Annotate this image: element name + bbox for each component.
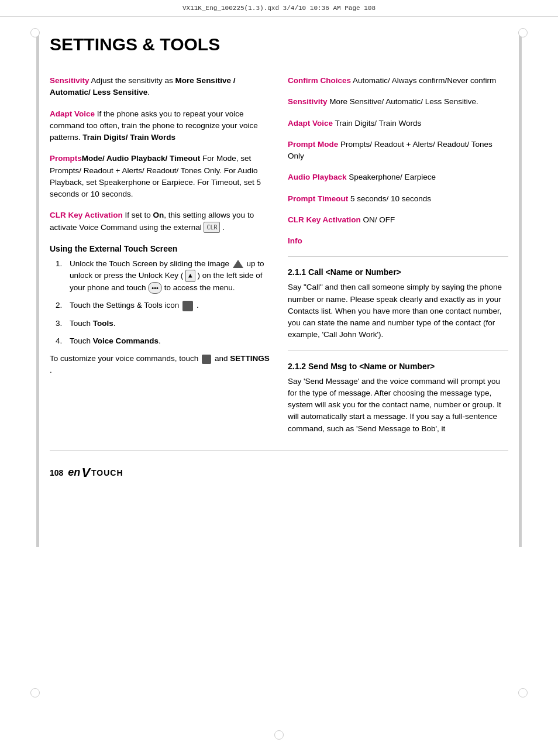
menu-access-icon: ••• <box>148 282 162 294</box>
info-block: Info <box>288 235 508 247</box>
page-number: 108 <box>50 468 63 477</box>
bottom-circle-left <box>30 688 40 697</box>
bottom-center-circle <box>274 730 284 740</box>
right-clr-key-text: ON/ OFF <box>361 215 395 224</box>
customize-and: and <box>215 354 230 363</box>
step-3-text-before: Touch <box>70 319 93 328</box>
step-3-content: Touch Tools. <box>70 318 270 329</box>
customize-block: To customize your voice commands, touch … <box>50 353 270 377</box>
steps-list: 1. Unlock the Touch Screen by sliding th… <box>50 258 270 347</box>
step-4-period: . <box>159 336 161 345</box>
step-4-num: 4. <box>56 335 70 347</box>
brand-touch: TOUCH <box>91 468 123 477</box>
sensitivity-period: . <box>147 88 150 97</box>
adapt-voice-block: Adapt Voice If the phone asks you to rep… <box>50 108 270 144</box>
step-2-content: Touch the Settings & Tools icon . <box>70 300 270 311</box>
left-accent-bar <box>36 32 39 547</box>
step-3-period: . <box>113 319 116 328</box>
right-adapt-voice-text: Train Digits/ Train Words <box>333 119 421 128</box>
section-divider-1 <box>288 256 508 257</box>
step-4-bold: Voice Commands <box>93 336 159 345</box>
step-3: 3. Touch Tools. <box>56 318 270 329</box>
clr-key-text1: If set to <box>123 211 153 219</box>
brand-logo: enVTOUCH <box>68 465 123 480</box>
page-header: VX11K_Eng_100225(1.3).qxd 3/4/10 10:36 A… <box>0 0 558 17</box>
triangle-up-icon <box>233 260 243 268</box>
section1-heading: 2.1.1 Call <Name or Number> <box>288 267 508 277</box>
page-content: SETTINGS & TOOLS Sensitivity Adjust the … <box>0 35 558 444</box>
step-1-text-end: to access the menu. <box>164 283 235 292</box>
step-2-period: . <box>197 301 199 310</box>
prompts-bold1: Mode/ Audio Playback/ Timeout <box>82 154 201 163</box>
top-circle-left <box>30 28 40 37</box>
clr-key-label: CLR Key Activation <box>50 211 123 219</box>
prompts-block: PromptsMode/ Audio Playback/ Timeout For… <box>50 153 270 200</box>
adapt-voice-label: Adapt Voice <box>50 109 95 118</box>
section2-heading: 2.1.2 Send Msg to <Name or Number> <box>288 362 508 371</box>
step-1: 1. Unlock the Touch Screen by sliding th… <box>56 258 270 294</box>
step-2-num: 2. <box>56 300 70 311</box>
settings-tools-icon <box>182 301 193 311</box>
brand-en: en <box>68 466 80 479</box>
menu-icon <box>202 355 211 364</box>
right-column: Confirm Choices Automatic/ Always confir… <box>288 75 508 444</box>
bottom-circle-right <box>518 688 528 697</box>
external-touch-screen-heading: Using the External Touch Screen <box>50 244 270 253</box>
audio-playback-text: Speakerphone/ Earpiece <box>347 173 436 181</box>
customize-period: . <box>50 366 52 374</box>
step-4-content: Touch Voice Commands. <box>70 335 270 347</box>
prompt-mode-label: Prompt Mode <box>288 140 338 149</box>
step-2: 2. Touch the Settings & Tools icon . <box>56 300 270 311</box>
left-column: Sensitivity Adjust the sensitivity as Mo… <box>50 75 270 444</box>
top-circle-right <box>518 28 528 37</box>
step-2-text: Touch the Settings & Tools icon <box>70 301 179 310</box>
clr-button-icon: CLR <box>204 222 220 233</box>
right-clr-key-block: CLR Key Activation ON/ OFF <box>288 214 508 226</box>
clr-key-block: CLR Key Activation If set to On, this se… <box>50 209 270 233</box>
prompt-mode-block: Prompt Mode Prompts/ Readout + Alerts/ R… <box>288 139 508 163</box>
confirm-choices-label: Confirm Choices <box>288 76 351 85</box>
brand-v: V <box>81 465 90 480</box>
prompt-timeout-text: 5 seconds/ 10 seconds <box>348 194 431 203</box>
right-sensitivity-text: More Sensitive/ Automatic/ Less Sensitiv… <box>328 97 478 106</box>
info-label: Info <box>288 236 302 245</box>
prompt-timeout-label: Prompt Timeout <box>288 194 348 203</box>
step-3-num: 3. <box>56 318 70 329</box>
page-footer: 108 enVTOUCH <box>0 456 558 489</box>
confirm-choices-block: Confirm Choices Automatic/ Always confir… <box>288 75 508 87</box>
section1-text: Say "Call" and then call someone simply … <box>288 281 508 341</box>
step-1-num: 1. <box>56 258 70 294</box>
sensitivity-text1: Adjust the sensitivity as <box>89 76 175 85</box>
right-adapt-voice-block: Adapt Voice Train Digits/ Train Words <box>288 118 508 129</box>
confirm-choices-text: Automatic/ Always confirm/Never confirm <box>351 76 496 85</box>
right-sensitivity-block: Sensitivity More Sensitive/ Automatic/ L… <box>288 96 508 108</box>
right-clr-key-label: CLR Key Activation <box>288 215 361 224</box>
right-accent-bar <box>519 32 522 547</box>
section-divider-2 <box>288 350 508 351</box>
sensitivity-block: Sensitivity Adjust the sensitivity as Mo… <box>50 75 270 99</box>
step-4: 4. Touch Voice Commands. <box>56 335 270 347</box>
header-text: VX11K_Eng_100225(1.3).qxd 3/4/10 10:36 A… <box>182 5 376 12</box>
customize-settings: SETTINGS <box>230 354 270 363</box>
sensitivity-label: Sensitivity <box>50 76 89 85</box>
adapt-voice-bold: Train Digits/ Train Words <box>82 133 175 142</box>
step-4-text-before: Touch <box>70 336 93 345</box>
audio-playback-label: Audio Playback <box>288 173 347 181</box>
page-title: SETTINGS & TOOLS <box>50 35 508 60</box>
right-adapt-voice-label: Adapt Voice <box>288 119 333 128</box>
audio-playback-block: Audio Playback Speakerphone/ Earpiece <box>288 171 508 183</box>
customize-text1: To customize your voice commands, touch <box>50 354 198 363</box>
step-1-content: Unlock the Touch Screen by sliding the i… <box>70 258 270 294</box>
step-1-text-before: Unlock the Touch Screen by sliding the i… <box>70 259 232 268</box>
clr-key-period: . <box>222 223 225 232</box>
section2-text: Say 'Send Message' and the voice command… <box>288 376 508 435</box>
prompt-timeout-block: Prompt Timeout 5 seconds/ 10 seconds <box>288 193 508 205</box>
right-sensitivity-label: Sensitivity <box>288 97 328 106</box>
two-column-layout: Sensitivity Adjust the sensitivity as Mo… <box>50 75 508 444</box>
unlock-key-icon: ▲ <box>185 270 195 282</box>
prompts-label: Prompts <box>50 154 82 163</box>
clr-key-on: On <box>153 211 164 219</box>
step-3-bold: Tools <box>93 319 113 328</box>
